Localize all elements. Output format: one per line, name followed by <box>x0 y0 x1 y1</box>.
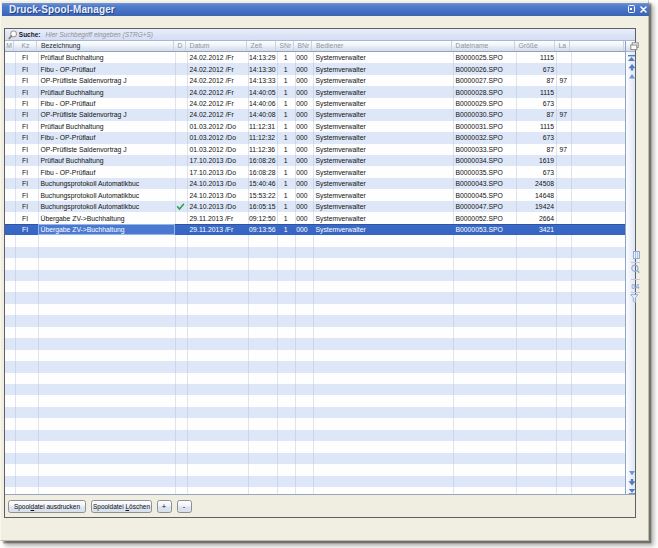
svg-text:04: 04 <box>631 282 640 291</box>
